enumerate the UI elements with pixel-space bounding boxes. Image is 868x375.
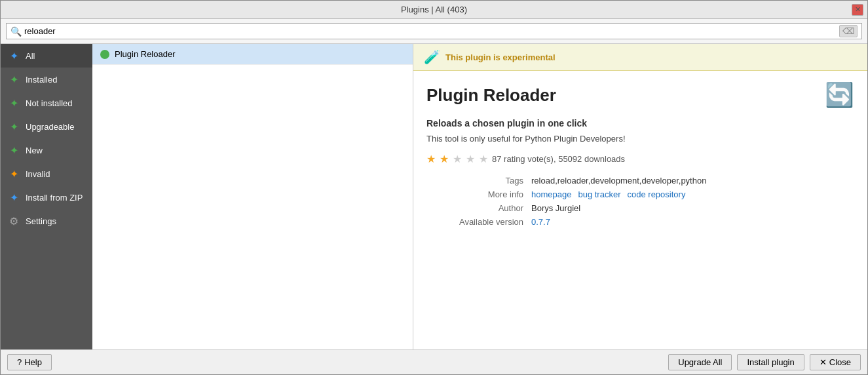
- search-icon: 🔍: [10, 26, 22, 37]
- close-label: Close: [829, 357, 851, 367]
- main-content: ✦ All ✦ Installed ✦ Not installed ✦ Upgr…: [1, 44, 867, 349]
- title-bar: Plugins | All (403) ✕: [1, 1, 867, 19]
- plugin-main-title: Plugin Reloader: [426, 85, 556, 106]
- author-label: Author: [426, 203, 531, 213]
- settings-icon: ⚙: [7, 214, 20, 227]
- star-2: ★: [440, 153, 449, 165]
- sidebar-item-new[interactable]: ✦ New: [1, 138, 92, 162]
- sidebar-label-settings: Settings: [26, 216, 56, 226]
- star-5: ★: [479, 153, 488, 165]
- experimental-text: This plugin is experimental: [445, 52, 556, 62]
- close-button[interactable]: ✕ Close: [810, 354, 861, 370]
- help-icon: ?: [17, 357, 22, 367]
- plugin-status-dot: [100, 50, 109, 59]
- author-value: Borys Jurgiel: [531, 203, 854, 213]
- star-3: ★: [453, 153, 462, 165]
- sidebar-item-invalid[interactable]: ✦ Invalid: [1, 162, 92, 186]
- sidebar-item-installed[interactable]: ✦ Installed: [1, 68, 92, 91]
- version-value: 0.7.7: [531, 217, 854, 227]
- sidebar: ✦ All ✦ Installed ✦ Not installed ✦ Upgr…: [1, 44, 92, 349]
- tags-value: reload,reloader,development,developer,py…: [531, 176, 854, 186]
- not-installed-icon: ✦: [7, 96, 20, 109]
- version-label: Available version: [426, 217, 531, 227]
- meta-table: Tags reload,reloader,development,develop…: [426, 176, 854, 227]
- plugin-title-row: Plugin Reloader 🔄: [426, 81, 854, 109]
- upgrade-all-button[interactable]: Upgrade All: [668, 354, 732, 370]
- tags-label: Tags: [426, 176, 531, 186]
- sidebar-label-install-zip: Install from ZIP: [26, 193, 83, 203]
- code-repository-link[interactable]: code repository: [628, 189, 686, 199]
- flask-icon: 🧪: [424, 49, 440, 65]
- help-button[interactable]: ? Help: [7, 354, 52, 370]
- more-info-links: homepage bug tracker code repository: [531, 189, 854, 199]
- plugin-list-panel: Plugin Reloader: [92, 44, 413, 349]
- search-wrapper: 🔍 ⌫: [6, 23, 862, 39]
- stars-row: ★ ★ ★ ★ ★ 87 rating vote(s), 55092 downl…: [426, 153, 854, 165]
- plugin-subtitle: Reloads a chosen plugin in one click: [426, 118, 854, 128]
- sidebar-item-upgradeable[interactable]: ✦ Upgradeable: [1, 115, 92, 138]
- window-title: Plugins | All (403): [401, 5, 467, 14]
- sidebar-item-all[interactable]: ✦ All: [1, 44, 92, 68]
- plugin-list-item-name: Plugin Reloader: [115, 49, 176, 59]
- star-4: ★: [466, 153, 475, 165]
- upgrade-all-label: Upgrade All: [678, 357, 722, 367]
- install-zip-icon: ✦: [7, 191, 20, 204]
- sidebar-label-installed: Installed: [26, 75, 57, 85]
- experimental-banner: 🧪 This plugin is experimental: [413, 44, 867, 71]
- plugin-list-item[interactable]: Plugin Reloader: [92, 44, 413, 65]
- sidebar-item-install-zip[interactable]: ✦ Install from ZIP: [1, 186, 92, 209]
- sidebar-label-new: New: [26, 146, 43, 155]
- sidebar-label-invalid: Invalid: [26, 169, 50, 179]
- invalid-icon: ✦: [7, 167, 20, 180]
- sidebar-label-not-installed: Not installed: [26, 98, 73, 108]
- sidebar-item-settings[interactable]: ⚙ Settings: [1, 209, 92, 233]
- help-label: Help: [24, 357, 42, 367]
- bottom-right: Upgrade All Install plugin ✕ Close: [668, 354, 861, 370]
- more-info-label: More info: [426, 189, 531, 199]
- install-plugin-button[interactable]: Install plugin: [737, 354, 804, 370]
- plugin-logo-icon: 🔄: [825, 81, 854, 109]
- install-plugin-label: Install plugin: [747, 357, 794, 367]
- sidebar-label-upgradeable: Upgradeable: [26, 122, 74, 132]
- window-close-button[interactable]: ✕: [852, 4, 863, 16]
- detail-panel: 🧪 This plugin is experimental Plugin Rel…: [413, 44, 867, 349]
- search-bar: 🔍 ⌫: [1, 19, 867, 44]
- new-icon: ✦: [7, 144, 20, 157]
- installed-icon: ✦: [7, 73, 20, 86]
- upgradeable-icon: ✦: [7, 120, 20, 133]
- close-icon: ✕: [820, 357, 827, 367]
- bug-tracker-link[interactable]: bug tracker: [578, 189, 620, 199]
- sidebar-item-not-installed[interactable]: ✦ Not installed: [1, 91, 92, 115]
- homepage-link[interactable]: homepage: [531, 189, 571, 199]
- detail-body: Plugin Reloader 🔄 Reloads a chosen plugi…: [413, 71, 867, 349]
- main-window: Plugins | All (403) ✕ 🔍 ⌫ ✦ All ✦ Instal…: [0, 0, 868, 375]
- sidebar-label-all: All: [26, 51, 35, 61]
- rating-text: 87 rating vote(s), 55092 downloads: [492, 154, 625, 164]
- bottom-bar: ? Help Upgrade All Install plugin ✕ Clos…: [1, 349, 867, 374]
- search-clear-button[interactable]: ⌫: [839, 25, 858, 37]
- star-1: ★: [426, 153, 436, 165]
- bottom-left: ? Help: [7, 354, 52, 370]
- all-icon: ✦: [7, 49, 20, 62]
- search-input[interactable]: [24, 26, 837, 36]
- plugin-description: This tool is only useful for Python Plug…: [426, 134, 854, 144]
